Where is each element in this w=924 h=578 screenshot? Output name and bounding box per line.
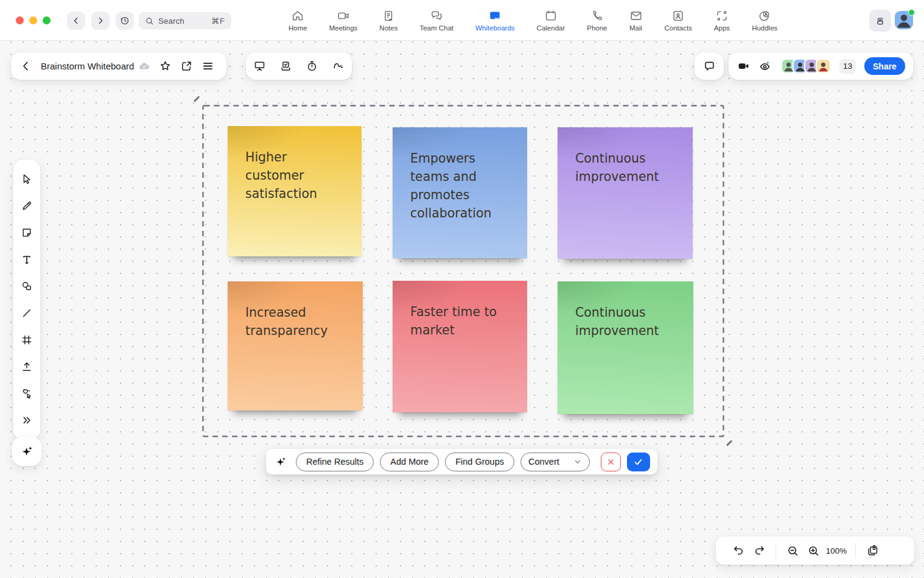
nav-item-whiteboards[interactable]: Whiteboards xyxy=(475,9,515,32)
stamps-tool[interactable] xyxy=(13,380,40,407)
dismiss-ai-results-button[interactable] xyxy=(601,453,621,471)
convert-dropdown[interactable]: Convert xyxy=(520,453,590,471)
home-icon xyxy=(291,9,304,23)
nav-item-contacts[interactable]: Contacts xyxy=(665,9,692,32)
window-controls xyxy=(16,16,51,24)
ai-assistant-button[interactable] xyxy=(12,437,41,466)
sticky-note-purple[interactable]: Continuous improvement xyxy=(558,127,693,259)
share-button[interactable]: Share xyxy=(864,57,905,75)
page-count: 8 xyxy=(870,545,878,551)
more-tools-button[interactable] xyxy=(13,407,40,434)
huddles-icon xyxy=(758,9,771,23)
sticky-note-green[interactable]: Continuous improvement xyxy=(558,281,693,414)
meetings-icon xyxy=(337,9,350,23)
nav-item-notes[interactable]: Notes xyxy=(379,9,397,32)
cast-to-device-button[interactable] xyxy=(869,10,891,32)
nav-item-phone[interactable]: Phone xyxy=(587,9,607,32)
timer-icon xyxy=(306,60,318,72)
text-tool[interactable] xyxy=(13,246,40,273)
chevron-left-icon xyxy=(19,60,32,72)
account-avatar[interactable] xyxy=(895,11,913,29)
comment-button[interactable] xyxy=(703,60,716,72)
whiteboards-icon xyxy=(488,9,502,23)
sticky-note-blue[interactable]: Empowers teams and promotes collaboratio… xyxy=(393,127,527,258)
star-board-button[interactable] xyxy=(159,60,172,72)
sticky-note-yellow[interactable]: Higher customer satisfaction xyxy=(228,126,362,256)
collaboration-toolbar: 13 Share xyxy=(729,52,913,80)
phone-icon xyxy=(590,9,604,23)
history-button[interactable] xyxy=(116,12,134,30)
zoom-level[interactable]: 100% xyxy=(824,546,849,555)
forward-icon xyxy=(96,16,105,26)
board-menu-button[interactable] xyxy=(201,60,214,72)
convert-dropdown-value: Convert xyxy=(528,457,559,467)
participant-count-badge[interactable]: 13 xyxy=(839,59,856,74)
nav-item-huddles[interactable]: Huddles xyxy=(752,9,777,32)
laser-pointer-button[interactable] xyxy=(332,60,345,72)
close-window-button[interactable] xyxy=(16,16,24,24)
sticky-note-orange[interactable]: Increased transparency xyxy=(228,281,363,411)
frame-tool[interactable] xyxy=(13,326,40,353)
follow-button[interactable] xyxy=(758,60,771,72)
search-input[interactable]: Search ⌘F xyxy=(139,12,231,29)
find-groups-button[interactable]: Find Groups xyxy=(445,453,514,471)
sticky-note-text: Faster time to market xyxy=(410,305,497,337)
nav-item-team-chat[interactable]: Team Chat xyxy=(419,9,453,32)
nav-item-home[interactable]: Home xyxy=(289,9,307,32)
back-button[interactable] xyxy=(67,12,85,30)
maximize-window-button[interactable] xyxy=(43,16,51,24)
pen-tool[interactable] xyxy=(13,192,40,219)
line-icon xyxy=(21,307,33,319)
divider xyxy=(855,543,856,559)
zoom-in-button[interactable] xyxy=(803,540,824,561)
selection-handle-bottom-right[interactable] xyxy=(726,440,732,446)
select-icon xyxy=(21,173,33,185)
participant-avatars[interactable] xyxy=(781,58,831,74)
zoom-app-window: Search ⌘F Home Meetings Notes Team Chat xyxy=(0,0,924,578)
nav-item-calendar[interactable]: Calendar xyxy=(537,9,565,32)
forward-button[interactable] xyxy=(91,12,110,30)
participant-avatar-4[interactable] xyxy=(816,58,831,74)
nav-item-meetings[interactable]: Meetings xyxy=(329,9,358,32)
upload-tool[interactable] xyxy=(13,353,40,380)
accept-ai-results-button[interactable] xyxy=(627,453,650,471)
nav-item-apps[interactable]: Apps xyxy=(714,9,730,32)
poll-button[interactable] xyxy=(279,60,292,72)
minimize-window-button[interactable] xyxy=(29,16,37,24)
sticky-note-text: Empowers teams and promotes collaboratio… xyxy=(410,151,492,220)
selection-handle-top-left[interactable] xyxy=(194,96,200,102)
sticky-note-tool[interactable] xyxy=(13,219,40,246)
pages-button[interactable]: 8 xyxy=(862,540,883,561)
text-icon xyxy=(21,253,33,266)
open-external-icon xyxy=(180,60,193,72)
sticky-note-text: Continuous improvement xyxy=(575,151,659,184)
sticky-note-red[interactable]: Faster time to market xyxy=(393,281,527,412)
board-actions-toolbar xyxy=(246,52,352,80)
video-button[interactable] xyxy=(737,60,750,72)
open-external-button[interactable] xyxy=(180,60,193,72)
shapes-tool[interactable] xyxy=(13,273,40,300)
confirm-icon xyxy=(633,457,643,467)
line-tool[interactable] xyxy=(13,300,40,326)
whiteboard-canvas[interactable]: Higher customer satisfaction Empowers te… xyxy=(0,41,924,578)
team-chat-icon xyxy=(430,9,443,23)
cloud-synced-icon xyxy=(138,60,150,72)
timer-button[interactable] xyxy=(306,60,318,72)
board-back-button[interactable] xyxy=(19,60,32,72)
sticky-note-text: Increased transparency xyxy=(245,305,327,338)
undo-button[interactable] xyxy=(728,540,749,561)
shapes-icon xyxy=(21,280,33,292)
add-more-button[interactable]: Add More xyxy=(380,453,439,471)
redo-button[interactable] xyxy=(749,540,769,561)
cast-icon xyxy=(874,15,886,27)
refine-results-button[interactable]: Refine Results xyxy=(296,453,374,471)
apps-icon xyxy=(715,9,729,23)
contacts-icon xyxy=(671,9,685,23)
zoom-out-button[interactable] xyxy=(782,540,803,561)
nav-item-mail[interactable]: Mail xyxy=(629,9,643,32)
zoom-in-icon xyxy=(807,545,820,557)
zoom-out-icon xyxy=(786,545,799,557)
present-button[interactable] xyxy=(253,60,266,72)
select-tool[interactable] xyxy=(13,166,40,192)
redo-icon xyxy=(753,545,766,557)
